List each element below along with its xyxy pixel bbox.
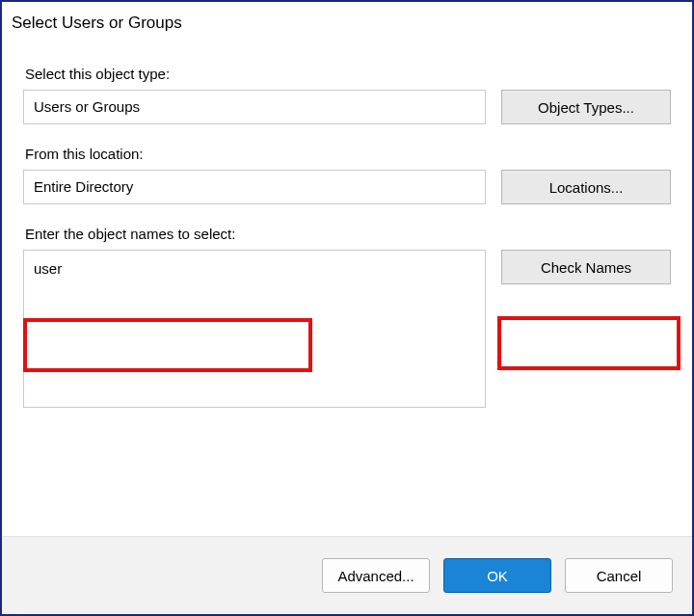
dialog-content: Select this object type: Users or Groups… — [2, 39, 692, 536]
select-users-or-groups-dialog: Select Users or Groups Select this objec… — [0, 0, 694, 616]
dialog-footer: Advanced... OK Cancel — [2, 536, 692, 614]
ok-button[interactable]: OK — [443, 558, 551, 593]
object-names-value: user — [34, 260, 62, 277]
object-names-input[interactable]: user — [23, 250, 486, 408]
check-names-button[interactable]: Check Names — [501, 250, 671, 284]
object-type-label: Select this object type: — [25, 66, 671, 82]
location-field[interactable]: Entire Directory — [23, 170, 486, 204]
object-type-field[interactable]: Users or Groups — [23, 90, 486, 124]
object-names-label: Enter the object names to select: — [25, 226, 671, 242]
location-label: From this location: — [25, 146, 671, 162]
cancel-button[interactable]: Cancel — [565, 558, 673, 593]
object-types-button[interactable]: Object Types... — [501, 90, 671, 124]
dialog-title: Select Users or Groups — [2, 2, 692, 39]
advanced-button[interactable]: Advanced... — [322, 558, 430, 593]
locations-button[interactable]: Locations... — [501, 170, 671, 204]
